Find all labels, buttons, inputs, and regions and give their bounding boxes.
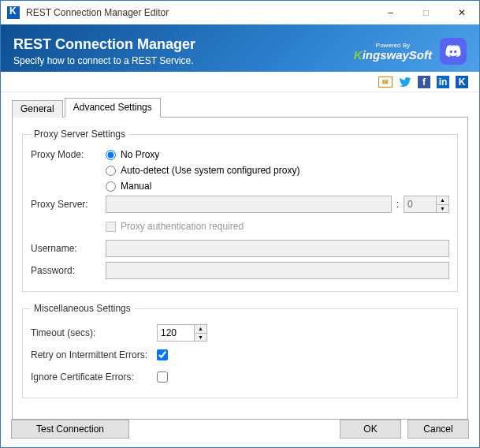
radio-auto-detect[interactable]: [106, 166, 116, 176]
chevron-up-icon[interactable]: ▲: [195, 325, 207, 334]
proxy-mode-manual[interactable]: Manual: [106, 181, 300, 192]
banner: REST Connection Manager Specify how to c…: [1, 24, 479, 72]
timeout-stepper[interactable]: ▲▼: [157, 324, 207, 342]
discord-icon: [440, 38, 467, 65]
retry-label: Retry on Intermittent Errors:: [31, 349, 157, 360]
social-row: ✉ f in K: [1, 72, 479, 92]
kingswaysoft-icon[interactable]: K: [456, 76, 468, 88]
chevron-up-icon[interactable]: ▲: [437, 196, 448, 205]
proxy-settings-group: Proxy Server Settings Proxy Mode: No Pro…: [22, 129, 458, 292]
proxy-port-stepper[interactable]: ▲▼: [404, 196, 449, 213]
checkbox-icon: [106, 222, 116, 232]
tab-body: Proxy Server Settings Proxy Mode: No Pro…: [12, 118, 468, 420]
tab-advanced-settings[interactable]: Advanced Settings: [65, 98, 161, 118]
twitter-icon[interactable]: [399, 76, 411, 88]
banner-title: REST Connection Manager: [13, 36, 195, 54]
cancel-button[interactable]: Cancel: [407, 420, 469, 439]
maximize-button[interactable]: □: [408, 1, 444, 24]
username-input[interactable]: [106, 240, 449, 257]
retry-checkbox[interactable]: [157, 349, 168, 360]
password-label: Password:: [31, 265, 106, 276]
footer: Test Connection OK Cancel: [11, 420, 469, 439]
minimize-button[interactable]: –: [373, 1, 408, 24]
client-area: General Advanced Settings Proxy Server S…: [1, 92, 479, 431]
mail-icon[interactable]: ✉: [378, 77, 393, 88]
proxy-mode-no-proxy[interactable]: No Proxy: [106, 149, 300, 160]
linkedin-icon[interactable]: in: [437, 76, 449, 88]
password-input[interactable]: [106, 262, 449, 279]
timeout-input[interactable]: [158, 325, 194, 341]
app-icon: [7, 6, 20, 19]
ok-button[interactable]: OK: [340, 420, 401, 439]
facebook-icon[interactable]: f: [418, 76, 430, 88]
proxy-server-input[interactable]: [106, 196, 392, 213]
timeout-label: Timeout (secs):: [31, 327, 157, 338]
banner-subtitle: Specify how to connect to a REST Service…: [13, 55, 195, 66]
username-label: Username:: [31, 243, 106, 254]
misc-settings-group: Miscellaneous Settings Timeout (secs): ▲…: [22, 303, 458, 398]
tab-strip: General Advanced Settings: [12, 97, 468, 118]
proxy-settings-legend: Proxy Server Settings: [31, 129, 128, 140]
proxy-server-label: Proxy Server:: [31, 199, 106, 210]
close-button[interactable]: ✕: [444, 1, 479, 24]
window-title: REST Connection Manager Editor: [26, 7, 373, 18]
test-connection-button[interactable]: Test Connection: [11, 420, 129, 439]
proxy-mode-label: Proxy Mode:: [31, 149, 106, 160]
chevron-down-icon[interactable]: ▼: [437, 205, 448, 213]
chevron-down-icon[interactable]: ▼: [195, 334, 207, 342]
radio-manual[interactable]: [106, 181, 116, 192]
misc-settings-legend: Miscellaneous Settings: [31, 303, 134, 314]
tab-general[interactable]: General: [12, 100, 63, 118]
title-bar: REST Connection Manager Editor – □ ✕: [1, 1, 479, 24]
proxy-mode-auto-detect[interactable]: Auto-detect (Use system configured proxy…: [106, 165, 300, 176]
proxy-auth-checkbox[interactable]: Proxy authentication required: [106, 221, 244, 232]
brand-logo: Powered By KingswaySoft: [354, 43, 432, 61]
ignore-cert-label: Ignore Certificate Errors:: [31, 371, 157, 383]
proxy-port-input[interactable]: [404, 196, 436, 212]
radio-no-proxy[interactable]: [106, 150, 116, 160]
ignore-cert-checkbox[interactable]: [157, 371, 168, 383]
